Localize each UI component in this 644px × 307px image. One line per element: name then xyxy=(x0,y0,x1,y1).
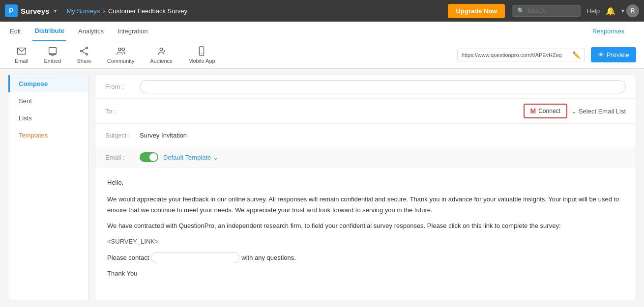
connect-button[interactable]: M Connect xyxy=(524,104,567,118)
svg-rect-12 xyxy=(200,47,204,56)
tool-embed-label: Embed xyxy=(44,58,61,64)
nav-integration[interactable]: Integration xyxy=(116,22,149,41)
sidebar-item-lists[interactable]: Lists xyxy=(8,110,88,127)
icon-toolbar: Email Embed Share Community xyxy=(0,41,644,69)
select-email-list-button[interactable]: ⌄ Select Email List xyxy=(571,108,626,115)
preview-button[interactable]: 👁 Preview xyxy=(591,47,636,62)
search-input[interactable] xyxy=(527,7,575,14)
nav-edit[interactable]: Edit xyxy=(8,22,23,41)
sidebar: Compose Sent Lists Templates xyxy=(8,75,89,301)
template-select[interactable]: Default Template ⌄ xyxy=(163,154,218,161)
sidebar-item-compose[interactable]: Compose xyxy=(8,75,88,92)
body-hello: Hello, xyxy=(107,177,624,188)
body-para1: We would appreciate your feedback in our… xyxy=(107,194,624,216)
connect-label: Connect xyxy=(538,108,560,114)
edit-url-icon[interactable]: ✏️ xyxy=(572,51,581,59)
embed-icon xyxy=(47,46,58,56)
contact-line: Please contact with any questions. xyxy=(107,252,624,263)
tool-embed[interactable]: Embed xyxy=(37,44,68,66)
sidebar-item-sent[interactable]: Sent xyxy=(8,92,88,110)
gmail-icon: M xyxy=(530,107,536,115)
svg-rect-1 xyxy=(49,48,57,54)
svg-point-6 xyxy=(86,54,88,56)
email-body: Hello, We would appreciate your feedback… xyxy=(95,167,636,294)
breadcrumb: My Surveys › Customer Feedback Survey xyxy=(66,7,187,15)
to-actions: M Connect ⌄ Select Email List xyxy=(524,104,626,118)
share-icon xyxy=(79,46,89,56)
main-content: Compose Sent Lists Templates From : To :… xyxy=(0,69,644,307)
tool-email[interactable]: Email xyxy=(8,44,35,66)
dropdown-arrow-avatar[interactable]: ▾ xyxy=(621,7,624,14)
svg-point-4 xyxy=(86,47,88,49)
mobile-app-icon xyxy=(196,46,207,56)
nav-distribute[interactable]: Distribute xyxy=(32,22,66,41)
template-chevron-icon: ⌄ xyxy=(213,154,218,161)
tool-share-label: Share xyxy=(77,58,91,64)
to-label: To : xyxy=(105,108,140,115)
tool-audience[interactable]: Audience xyxy=(143,44,179,66)
surveys-label: Surveys xyxy=(21,7,49,15)
svg-point-11 xyxy=(160,48,163,51)
to-input[interactable] xyxy=(140,108,524,115)
preview-label: Preview xyxy=(607,51,629,58)
search-icon: 🔍 xyxy=(517,7,525,14)
email-label: Email : xyxy=(105,154,135,161)
audience-icon xyxy=(156,46,167,56)
tool-community[interactable]: Community xyxy=(100,44,142,66)
svg-point-9 xyxy=(118,48,121,51)
subject-row: Subject : Survey Invitation xyxy=(95,124,636,147)
tool-email-label: Email xyxy=(15,58,29,64)
subject-value: Survey Invitation xyxy=(140,132,187,139)
to-row: To : M Connect ⌄ Select Email List xyxy=(95,99,636,124)
nav-analytics[interactable]: Analytics xyxy=(76,22,106,41)
subject-label: Subject : xyxy=(105,132,140,139)
template-name: Default Template xyxy=(163,154,211,161)
contact-prefix: Please contact xyxy=(107,252,149,263)
responses-link[interactable]: Responses xyxy=(590,22,626,41)
breadcrumb-arrow: › xyxy=(103,7,105,15)
community-icon xyxy=(116,46,126,56)
second-nav: Edit Distribute Analytics Integration Re… xyxy=(0,22,644,41)
breadcrumb-survey-title: Customer Feedback Survey xyxy=(108,7,187,15)
tool-community-label: Community xyxy=(107,58,135,64)
survey-link-placeholder: <SURVEY_LINK> xyxy=(107,236,624,247)
email-toggle[interactable] xyxy=(140,152,158,162)
from-row: From : xyxy=(95,75,636,99)
url-input[interactable] xyxy=(462,52,569,58)
chevron-down-icon: ⌄ xyxy=(571,108,577,115)
body-para2: We have contracted with QuestionPro, an … xyxy=(107,221,624,231)
eye-icon: 👁 xyxy=(598,51,604,58)
svg-line-7 xyxy=(82,49,86,51)
search-box[interactable]: 🔍 xyxy=(512,5,581,17)
url-box: ✏️ xyxy=(457,49,585,61)
avatar[interactable]: R xyxy=(626,4,639,17)
svg-point-5 xyxy=(81,50,83,52)
svg-line-8 xyxy=(82,52,86,54)
email-icon xyxy=(16,46,27,56)
compose-area: From : To : M Connect ⌄ Select Email Lis… xyxy=(95,75,636,301)
from-input[interactable] xyxy=(140,80,626,93)
thank-you: Thank You xyxy=(107,268,624,279)
tool-audience-label: Audience xyxy=(150,58,173,64)
contact-input[interactable] xyxy=(151,252,239,263)
tool-mobile-app-label: Mobile App xyxy=(188,58,215,64)
contact-suffix: with any questions. xyxy=(241,252,296,263)
select-email-label: Select Email List xyxy=(579,108,626,115)
email-row: Email : Default Template ⌄ xyxy=(95,147,636,167)
surveys-dropdown-arrow[interactable]: ▾ xyxy=(54,8,57,14)
from-label: From : xyxy=(105,83,140,90)
svg-point-10 xyxy=(121,48,124,51)
logo-icon: P xyxy=(5,4,18,17)
sidebar-item-templates[interactable]: Templates xyxy=(8,127,88,144)
tool-share[interactable]: Share xyxy=(70,44,98,66)
upgrade-now-button[interactable]: Upgrade Now xyxy=(448,4,505,18)
bell-icon[interactable]: 🔔 xyxy=(606,6,615,16)
logo-area: P Surveys ▾ xyxy=(5,4,57,17)
tool-mobile-app[interactable]: Mobile App xyxy=(181,44,222,66)
breadcrumb-my-surveys[interactable]: My Surveys xyxy=(66,7,100,15)
help-label[interactable]: Help xyxy=(586,7,600,15)
top-bar: P Surveys ▾ My Surveys › Customer Feedba… xyxy=(0,0,644,22)
